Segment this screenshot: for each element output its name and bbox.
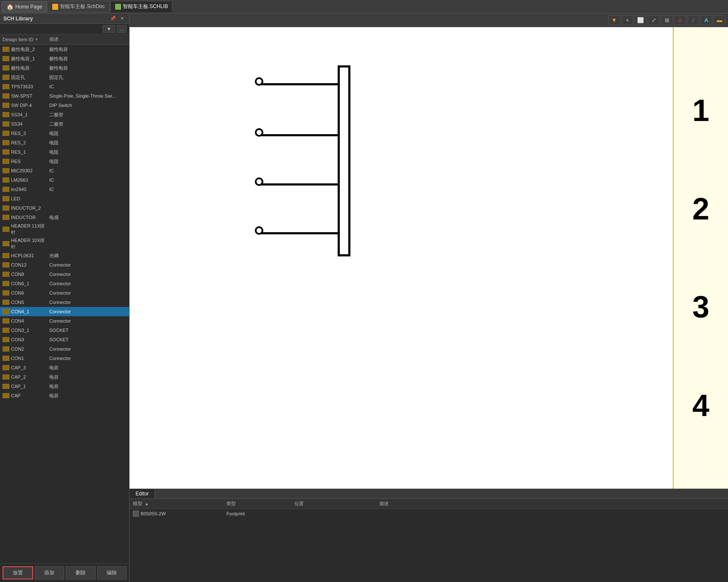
delete-button[interactable]: 删除 (66, 566, 96, 579)
component-desc: 二极管 (49, 112, 127, 118)
list-item[interactable]: HEADER 11X排针 (0, 222, 129, 236)
list-item[interactable]: HCPL0631 光耦 (0, 251, 129, 260)
list-item[interactable]: CON4 Connector (0, 316, 129, 326)
move-btn[interactable]: ⤢ (648, 15, 660, 25)
editor-tab[interactable]: Editor (130, 489, 155, 498)
list-item[interactable]: CON2 Connector (0, 344, 129, 354)
component-desc: IC (49, 187, 127, 192)
tab-schdoc[interactable]: 智能车主板.SchDoc (48, 1, 109, 12)
component-icon (3, 337, 9, 342)
canvas-area[interactable]: 1 2 3 4 (130, 27, 728, 489)
component-id: LM2663 (11, 177, 49, 183)
component-desc: 二极管 (49, 121, 127, 127)
list-item[interactable]: CON12 Connector (0, 260, 129, 270)
pin-number-1: 1 (692, 95, 709, 126)
home-icon: 🏠 (6, 3, 14, 10)
add-toolbar-btn[interactable]: + (621, 15, 633, 25)
component-icon (3, 140, 9, 145)
component-icon (3, 227, 9, 232)
list-item[interactable]: CON8 Connector (0, 270, 129, 279)
list-item[interactable]: SW-SPST Single-Pole, Single-Throw Swi... (0, 91, 129, 101)
list-item[interactable]: LED (0, 194, 129, 203)
list-item[interactable]: TPS73633 IC (0, 82, 129, 91)
list-item[interactable]: CON5 Connector (0, 298, 129, 307)
component-icon (3, 47, 9, 52)
component-id: CON3_1 (11, 328, 49, 333)
component-id: RES_1 (11, 149, 49, 155)
list-item[interactable]: LM2663 IC (0, 175, 129, 185)
list-item[interactable]: MIC29302 IC (0, 166, 129, 175)
poly-btn[interactable]: ◇ (674, 15, 686, 25)
component-id: RES (11, 159, 49, 164)
list-item[interactable]: RES_3 电阻 (0, 129, 129, 138)
component-desc: Connector (49, 318, 127, 323)
component-icon (3, 103, 9, 108)
list-item[interactable]: CON1 Connector (0, 354, 129, 363)
component-icon (3, 253, 9, 258)
line-btn[interactable]: / (687, 15, 699, 25)
filter-button[interactable]: ... (117, 25, 127, 33)
pin-tool-btn[interactable]: ⊞ (661, 15, 673, 25)
text-btn[interactable]: A (700, 15, 712, 25)
list-item[interactable]: SS34 二极管 (0, 119, 129, 129)
tab-home-label: Home Page (15, 4, 42, 10)
list-item[interactable]: CON6 Connector (0, 288, 129, 298)
component-id: SW-SPST (11, 93, 49, 98)
list-item[interactable]: lm2940 IC (0, 185, 129, 194)
list-item[interactable]: RES_2 电阻 (0, 138, 129, 147)
component-id: CON12 (11, 262, 49, 267)
editor-tab-label: Editor (135, 491, 149, 497)
list-item[interactable]: 极性电容 极性电容 (0, 63, 129, 73)
list-item[interactable]: 固定孔 固定孔 (0, 73, 129, 82)
list-item[interactable]: HEADER 10X排针 (0, 236, 129, 251)
close-panel-button[interactable]: ✕ (119, 15, 126, 22)
schdoc-icon (52, 4, 58, 10)
list-item[interactable]: CON6_1 Connector (0, 279, 129, 288)
list-item[interactable]: CAP_2 电容 (0, 372, 129, 382)
column-id-header[interactable]: Design Item ID ▼ (3, 37, 49, 42)
component-id: MIC29302 (11, 168, 49, 173)
list-item[interactable]: RES_1 电阻 (0, 147, 129, 157)
tab-schlib-label: 智能车主板.SCHLIB (123, 3, 168, 10)
editor-col-type-label: 类型 (226, 501, 236, 506)
main-layout: SCH Library 📌 ✕ ▼ ... Design Item ID ▼ 描… (0, 14, 728, 582)
library-dropdown[interactable]: ▼ (103, 25, 115, 33)
list-item[interactable]: CON3_1 SOCKET (0, 326, 129, 335)
tab-home[interactable]: 🏠 Home Page (2, 1, 47, 12)
list-item[interactable]: INDUCTOR_2 (0, 203, 129, 213)
component-id: CAP_3 (11, 365, 49, 370)
component-icon (3, 272, 9, 277)
pin-button[interactable]: 📌 (108, 15, 118, 22)
list-item[interactable]: CAP 电容 (0, 391, 129, 400)
component-icon (3, 290, 9, 295)
component-id: CAP (11, 393, 49, 398)
add-button[interactable]: 添加 (35, 566, 65, 579)
filter-toolbar-btn[interactable]: ▼ (608, 15, 620, 25)
component-id: HEADER 10X排针 (11, 237, 49, 250)
list-item[interactable]: 极性电容_1 极性电容 (0, 54, 129, 63)
editor-row[interactable]: B0505S-2W Footprint (130, 509, 728, 518)
list-item[interactable]: CON4_1 Connector (0, 307, 129, 316)
component-id: CON6 (11, 290, 49, 295)
editor-col-pos-header: 位置 (294, 500, 379, 507)
list-item[interactable]: CON3 SOCKET (0, 335, 129, 344)
canvas-inner: 1 2 3 4 (130, 27, 728, 489)
list-item[interactable]: CAP_3 电容 (0, 363, 129, 372)
place-button[interactable]: 放置 (3, 566, 33, 579)
select-rect-btn[interactable]: ⬜ (635, 15, 646, 25)
list-item[interactable]: SW DIP-4 DIP Switch (0, 101, 129, 110)
rect-btn[interactable]: ▬ (714, 15, 725, 25)
list-item[interactable]: CAP_1 电容 (0, 382, 129, 391)
list-item[interactable]: SS34_1 二极管 (0, 110, 129, 119)
list-item[interactable]: RES 电阻 (0, 157, 129, 166)
component-id: 极性电容_1 (11, 56, 49, 62)
component-list[interactable]: 极性电容_2 极性电容 极性电容_1 极性电容 极性电容 极性电容 固定孔 固定… (0, 45, 129, 563)
edit-button[interactable]: 编辑 (97, 566, 127, 579)
component-id: 极性电容 (11, 65, 49, 71)
list-item[interactable]: INDUCTOR 电感 (0, 213, 129, 222)
component-icon (3, 374, 9, 380)
component-desc: IC (49, 177, 127, 183)
tab-schlib[interactable]: 智能车主板.SCHLIB (110, 1, 173, 12)
list-item[interactable]: 极性电容_2 极性电容 (0, 45, 129, 54)
editor-tab-bar: Editor (130, 489, 728, 499)
